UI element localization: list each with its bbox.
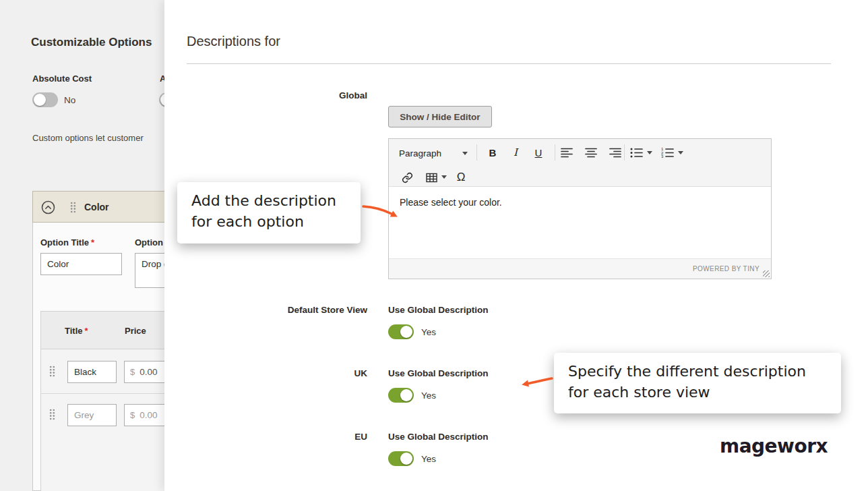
use-global-description-label: Use Global Description <box>388 368 489 378</box>
chevron-down-icon[interactable] <box>678 151 683 154</box>
use-global-toggle-uk[interactable] <box>388 388 414 403</box>
bold-button[interactable]: B <box>482 144 503 161</box>
align-right-button[interactable] <box>604 144 626 161</box>
chevron-down-icon[interactable] <box>441 175 447 179</box>
option-title-label: Option Title* <box>40 237 94 248</box>
toggle-knob <box>34 94 46 106</box>
resize-handle-icon[interactable] <box>763 270 770 277</box>
row-drag-handle-icon[interactable] <box>49 409 55 420</box>
modal-title: Descriptions for <box>187 34 280 49</box>
callout-line: Specify the different description <box>568 361 828 382</box>
toggle-knob <box>400 389 412 401</box>
absolute-cost-toggle-value: No <box>64 95 75 105</box>
align-left-icon <box>561 148 573 158</box>
chevron-down-icon[interactable] <box>647 151 652 154</box>
section-title: Customizable Options <box>31 36 152 49</box>
svg-text:3: 3 <box>661 154 664 158</box>
value-title-input[interactable] <box>67 404 117 426</box>
custom-options-help-text: Custom options let customer <box>32 133 144 143</box>
values-title-header-text: Title <box>65 326 83 336</box>
drag-handle-icon[interactable] <box>70 202 76 213</box>
align-center-icon <box>585 148 597 158</box>
show-hide-editor-button[interactable]: Show / Hide Editor <box>388 106 492 127</box>
special-character-button[interactable]: Ω <box>452 169 470 186</box>
value-price-input[interactable] <box>140 410 164 420</box>
format-dropdown-value: Paragraph <box>399 148 441 158</box>
toggle-value-label: Yes <box>421 454 436 464</box>
callout-line: Add the description <box>191 190 347 211</box>
currency-symbol: $ <box>130 410 135 420</box>
use-global-description-label: Use Global Description <box>388 432 489 442</box>
use-global-toggle-eu[interactable] <box>388 451 414 466</box>
align-left-button[interactable] <box>556 144 578 161</box>
value-price-input[interactable] <box>140 367 164 377</box>
clipped-column-label: A <box>160 74 164 84</box>
toolbar-divider <box>476 144 477 161</box>
format-dropdown[interactable]: Paragraph <box>396 144 471 162</box>
annotation-callout-store-view: Specify the different description for ea… <box>554 353 841 413</box>
collapse-icon[interactable] <box>41 200 55 214</box>
clipped-toggle[interactable] <box>159 92 164 107</box>
bullet-list-icon[interactable] <box>630 148 643 158</box>
descriptions-modal: Descriptions for Global Show / Hide Edit… <box>164 0 868 491</box>
editor-content-area[interactable]: Please select your color. <box>389 187 771 259</box>
row-divider <box>40 393 164 394</box>
required-mark: * <box>91 237 94 248</box>
insert-table-button[interactable] <box>423 169 440 186</box>
callout-line: for each store view <box>568 382 828 403</box>
toolbar-divider <box>624 144 625 161</box>
background-admin-page: Customizable Options Absolute Cost No A … <box>0 0 164 491</box>
option-name: Color <box>84 202 109 212</box>
arrow-left-icon <box>518 372 554 395</box>
option-panel-header[interactable]: Color <box>32 191 164 223</box>
absolute-cost-label: Absolute Cost <box>32 74 92 84</box>
option-type-label: Option <box>135 237 163 248</box>
wysiwyg-editor: Paragraph B I U <box>388 138 772 279</box>
use-global-toggle-default[interactable] <box>388 324 414 339</box>
value-price-field[interactable]: $ <box>124 361 164 383</box>
underline-button[interactable]: U <box>528 144 549 161</box>
values-title-header: Title* <box>65 326 88 336</box>
chevron-down-icon <box>462 152 468 155</box>
option-type-select[interactable]: Drop down <box>135 253 164 288</box>
callout-line: for each option <box>191 211 347 232</box>
required-mark: * <box>85 326 88 336</box>
arrow-right-icon <box>361 200 400 226</box>
annotation-callout-editor: Add the description for each option <box>177 182 361 243</box>
toggle-knob <box>400 453 412 465</box>
mageworx-logo: mageworx <box>720 435 828 457</box>
table-icon <box>426 173 437 183</box>
global-scope-label: Global <box>164 90 367 100</box>
absolute-cost-toggle[interactable] <box>32 92 58 107</box>
option-title-input[interactable] <box>40 253 122 275</box>
store-view-label-default: Default Store View <box>164 305 367 315</box>
insert-link-button[interactable] <box>398 169 416 186</box>
toolbar-divider <box>555 144 555 161</box>
store-view-label-uk: UK <box>164 368 367 378</box>
link-icon <box>402 172 413 183</box>
align-center-button[interactable] <box>580 144 602 161</box>
value-title-input[interactable] <box>67 361 117 383</box>
numbered-list-icon[interactable]: 123 <box>661 148 674 158</box>
toggle-knob <box>400 326 412 338</box>
toggle-value-label: Yes <box>421 327 436 337</box>
powered-by-tiny-label: POWERED BY TINY <box>693 265 760 272</box>
editor-status-bar: POWERED BY TINY <box>389 258 771 279</box>
values-price-header: Price <box>125 326 146 336</box>
row-drag-handle-icon[interactable] <box>49 366 55 377</box>
title-divider <box>187 63 831 64</box>
currency-symbol: $ <box>130 367 135 377</box>
use-global-description-label: Use Global Description <box>388 305 489 315</box>
screenshot-root: Customizable Options Absolute Cost No A … <box>0 0 868 491</box>
option-type-value: Drop down <box>142 259 164 269</box>
italic-button[interactable]: I <box>505 144 526 161</box>
value-price-field[interactable]: $ <box>124 404 164 426</box>
store-view-label-eu: EU <box>164 432 367 442</box>
editor-toolbar: Paragraph B I U <box>389 139 771 187</box>
toggle-value-label: Yes <box>421 391 436 401</box>
option-title-label-text: Option Title <box>40 237 89 248</box>
align-right-icon <box>609 148 621 158</box>
